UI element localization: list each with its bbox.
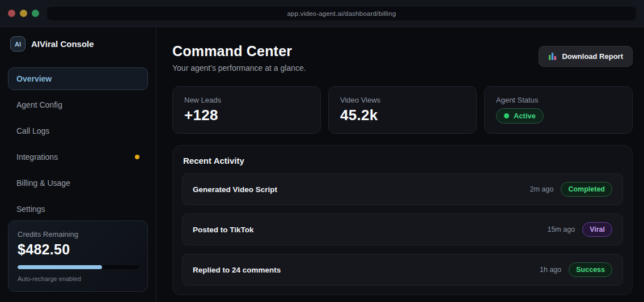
address-bar-url: app.video-agent.ai/dashboard/billing [287, 10, 396, 17]
page-subtitle: Your agent's performance at a glance. [172, 63, 306, 73]
credits-progress-track [18, 265, 138, 269]
stat-label: Video Views [340, 96, 465, 104]
close-window-button[interactable] [8, 10, 15, 17]
sidebar-item-call-logs[interactable]: Call Logs [8, 120, 148, 142]
app-logo-icon: AI [10, 36, 26, 52]
activity-row-meta: 15m ago Viral [547, 222, 612, 237]
stat-card-agent-status: Agent Status Active [484, 86, 633, 134]
main-content: Command Center Your agent's performance … [156, 27, 644, 302]
minimize-window-button[interactable] [20, 10, 27, 17]
sidebar-item-integrations[interactable]: Integrations [8, 146, 148, 168]
download-report-label: Download Report [562, 52, 623, 61]
credits-note: Auto-recharge enabled [18, 275, 138, 282]
stat-card-video-views: Video Views 45.2k [328, 86, 477, 134]
recent-activity-title: Recent Activity [182, 155, 623, 165]
activity-row-time: 15m ago [547, 226, 575, 233]
activity-status-badge: Completed [561, 182, 612, 197]
activity-status-badge: Viral [582, 222, 612, 237]
credits-progress-fill [18, 265, 102, 269]
brand: AI AIViral Console [8, 36, 148, 52]
stat-label: Agent Status [496, 96, 621, 104]
activity-row[interactable]: Posted to TikTok 15m ago Viral [182, 214, 623, 245]
app-title: AIViral Console [31, 39, 94, 49]
window-controls [8, 10, 39, 17]
activity-row-time: 1h ago [540, 266, 561, 274]
credits-value: $482.50 [18, 241, 138, 258]
maximize-window-button[interactable] [32, 10, 39, 17]
agent-status-label: Active [514, 112, 536, 120]
sidebar-item-agent-config[interactable]: Agent Config [8, 93, 148, 116]
sidebar-item-label: Integrations [16, 152, 58, 161]
sidebar-nav: Overview Agent Config Call Logs Integrat… [8, 67, 148, 220]
activity-row-title: Replied to 24 comments [193, 266, 281, 274]
sidebar-item-label: Call Logs [16, 126, 49, 135]
download-report-button[interactable]: Download Report [539, 46, 633, 67]
sidebar-item-label: Agent Config [16, 100, 62, 109]
activity-status-badge: Success [569, 262, 612, 277]
address-bar[interactable]: app.video-agent.ai/dashboard/billing [47, 7, 636, 20]
activity-row[interactable]: Generated Video Script 2m ago Completed [182, 173, 623, 205]
activity-row-meta: 2m ago Completed [530, 182, 612, 197]
sidebar-item-label: Settings [16, 205, 45, 214]
activity-row[interactable]: Replied to 24 comments 1h ago Success [182, 254, 623, 286]
page-header: Command Center Your agent's performance … [172, 43, 633, 73]
sidebar: AI AIViral Console Overview Agent Config… [0, 27, 156, 302]
bar-chart-icon [548, 52, 557, 61]
stat-label: New Leads [184, 96, 309, 104]
activity-row-time: 2m ago [530, 185, 554, 193]
sidebar-item-overview[interactable]: Overview [8, 67, 148, 90]
sidebar-item-label: Billing & Usage [16, 178, 70, 188]
stat-value: +128 [184, 107, 309, 124]
credits-card: Credits Remaining $482.50 Auto-recharge … [8, 220, 148, 292]
activity-row-meta: 1h ago Success [540, 262, 612, 277]
recent-activity-list: Generated Video Script 2m ago Completed … [182, 173, 623, 286]
sidebar-item-label: Overview [16, 74, 52, 83]
stat-value: 45.2k [340, 107, 465, 124]
credits-label: Credits Remaining [18, 230, 138, 239]
status-dot-icon [504, 113, 509, 118]
stat-card-new-leads: New Leads +128 [172, 86, 321, 134]
activity-row-title: Posted to TikTok [193, 226, 254, 234]
page-header-text: Command Center Your agent's performance … [172, 43, 306, 73]
notification-dot-icon [135, 155, 139, 159]
window-titlebar: app.video-agent.ai/dashboard/billing [0, 0, 644, 27]
agent-status-badge: Active [496, 108, 544, 124]
sidebar-item-settings[interactable]: Settings [8, 198, 148, 220]
stats-row: New Leads +128 Video Views 45.2k Agent S… [172, 86, 633, 134]
page-title: Command Center [172, 43, 306, 59]
recent-activity-panel: Recent Activity Generated Video Script 2… [172, 145, 633, 295]
sidebar-item-billing-usage[interactable]: Billing & Usage [8, 172, 148, 194]
activity-row-title: Generated Video Script [193, 185, 277, 194]
